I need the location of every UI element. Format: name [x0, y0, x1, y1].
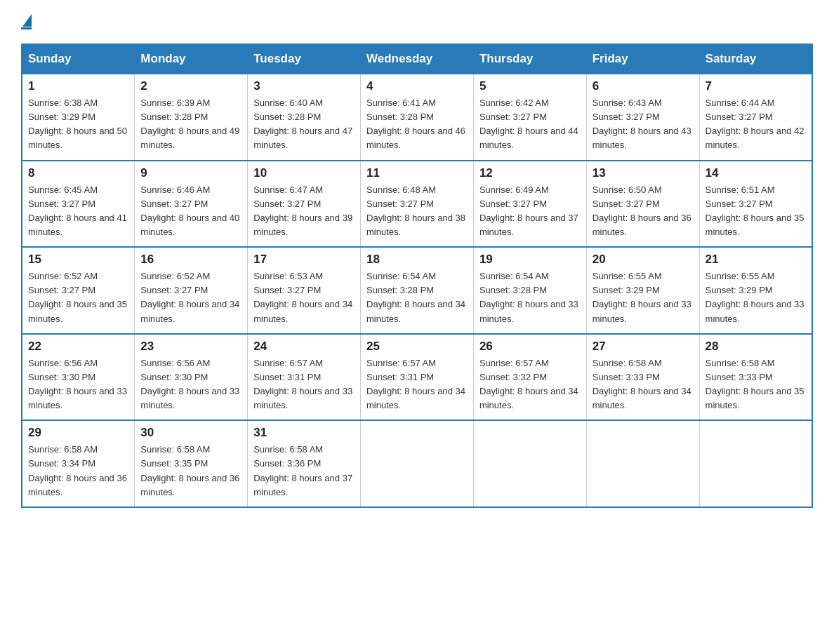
day-number: 13: [593, 166, 694, 180]
calendar-cell: 1 Sunrise: 6:38 AMSunset: 3:29 PMDayligh…: [22, 74, 135, 161]
day-number: 3: [253, 79, 355, 93]
day-number: 24: [253, 340, 355, 354]
day-number: 4: [366, 79, 468, 93]
day-info: Sunrise: 6:52 AMSunset: 3:27 PMDaylight:…: [140, 271, 239, 323]
logo-triangle-icon: [22, 14, 32, 27]
day-number: 28: [706, 340, 806, 354]
week-row-4: 22 Sunrise: 6:56 AMSunset: 3:30 PMDaylig…: [22, 334, 812, 421]
day-number: 22: [28, 340, 128, 354]
day-info: Sunrise: 6:49 AMSunset: 3:27 PMDaylight:…: [479, 185, 578, 237]
day-number: 27: [593, 340, 694, 354]
day-info: Sunrise: 6:43 AMSunset: 3:27 PMDaylight:…: [593, 98, 691, 150]
day-number: 1: [28, 79, 128, 93]
day-number: 26: [479, 340, 581, 354]
week-row-1: 1 Sunrise: 6:38 AMSunset: 3:29 PMDayligh…: [22, 74, 812, 161]
calendar-cell: 23 Sunrise: 6:56 AMSunset: 3:30 PMDaylig…: [135, 334, 248, 421]
calendar-cell: 26 Sunrise: 6:57 AMSunset: 3:32 PMDaylig…: [473, 334, 586, 421]
weekday-header-tuesday: Tuesday: [248, 44, 361, 74]
day-info: Sunrise: 6:57 AMSunset: 3:31 PMDaylight:…: [366, 358, 465, 410]
calendar-cell: 7 Sunrise: 6:44 AMSunset: 3:27 PMDayligh…: [699, 74, 812, 161]
weekday-header-row: SundayMondayTuesdayWednesdayThursdayFrid…: [22, 44, 812, 74]
day-info: Sunrise: 6:42 AMSunset: 3:27 PMDaylight:…: [479, 98, 578, 150]
day-number: 25: [366, 340, 468, 354]
calendar-cell: 16 Sunrise: 6:52 AMSunset: 3:27 PMDaylig…: [135, 247, 248, 334]
calendar-cell: 17 Sunrise: 6:53 AMSunset: 3:27 PMDaylig…: [248, 247, 361, 334]
calendar-cell: 24 Sunrise: 6:57 AMSunset: 3:31 PMDaylig…: [248, 334, 361, 421]
calendar-cell: 28 Sunrise: 6:58 AMSunset: 3:33 PMDaylig…: [699, 334, 812, 421]
day-info: Sunrise: 6:56 AMSunset: 3:30 PMDaylight:…: [140, 358, 239, 410]
day-number: 6: [593, 79, 694, 93]
day-info: Sunrise: 6:55 AMSunset: 3:29 PMDaylight:…: [593, 271, 691, 323]
calendar-cell: 25 Sunrise: 6:57 AMSunset: 3:31 PMDaylig…: [361, 334, 474, 421]
day-number: 19: [479, 253, 581, 267]
calendar-cell: [473, 420, 586, 507]
day-number: 2: [140, 79, 241, 93]
page-header: [21, 14, 813, 29]
day-number: 9: [140, 166, 241, 180]
calendar-cell: [361, 420, 474, 507]
weekday-header-friday: Friday: [586, 44, 699, 74]
day-info: Sunrise: 6:57 AMSunset: 3:32 PMDaylight:…: [479, 358, 578, 410]
calendar-cell: 20 Sunrise: 6:55 AMSunset: 3:29 PMDaylig…: [586, 247, 699, 334]
calendar-cell: 10 Sunrise: 6:47 AMSunset: 3:27 PMDaylig…: [248, 161, 361, 248]
day-info: Sunrise: 6:58 AMSunset: 3:35 PMDaylight:…: [140, 444, 239, 497]
calendar-cell: [699, 420, 812, 507]
logo: [21, 14, 32, 29]
calendar-cell: 8 Sunrise: 6:45 AMSunset: 3:27 PMDayligh…: [22, 161, 135, 248]
day-info: Sunrise: 6:46 AMSunset: 3:27 PMDaylight:…: [140, 185, 239, 237]
calendar-cell: 5 Sunrise: 6:42 AMSunset: 3:27 PMDayligh…: [473, 74, 586, 161]
day-info: Sunrise: 6:50 AMSunset: 3:27 PMDaylight:…: [593, 185, 691, 237]
day-number: 8: [28, 166, 128, 180]
day-info: Sunrise: 6:58 AMSunset: 3:33 PMDaylight:…: [593, 358, 691, 410]
day-info: Sunrise: 6:56 AMSunset: 3:30 PMDaylight:…: [28, 358, 127, 410]
calendar-table: SundayMondayTuesdayWednesdayThursdayFrid…: [21, 43, 813, 508]
day-number: 18: [366, 253, 468, 267]
calendar-cell: 21 Sunrise: 6:55 AMSunset: 3:29 PMDaylig…: [699, 247, 812, 334]
weekday-header-sunday: Sunday: [22, 44, 135, 74]
calendar-cell: 11 Sunrise: 6:48 AMSunset: 3:27 PMDaylig…: [361, 161, 474, 248]
calendar-cell: [586, 420, 699, 507]
day-info: Sunrise: 6:54 AMSunset: 3:28 PMDaylight:…: [479, 271, 578, 323]
calendar-cell: 27 Sunrise: 6:58 AMSunset: 3:33 PMDaylig…: [586, 334, 699, 421]
day-info: Sunrise: 6:54 AMSunset: 3:28 PMDaylight:…: [366, 271, 465, 323]
day-number: 20: [593, 253, 694, 267]
day-info: Sunrise: 6:57 AMSunset: 3:31 PMDaylight:…: [253, 358, 352, 410]
day-info: Sunrise: 6:55 AMSunset: 3:29 PMDaylight:…: [706, 271, 805, 323]
day-info: Sunrise: 6:45 AMSunset: 3:27 PMDaylight:…: [28, 185, 127, 237]
weekday-header-thursday: Thursday: [473, 44, 586, 74]
week-row-3: 15 Sunrise: 6:52 AMSunset: 3:27 PMDaylig…: [22, 247, 812, 334]
day-info: Sunrise: 6:58 AMSunset: 3:34 PMDaylight:…: [28, 444, 127, 497]
day-info: Sunrise: 6:58 AMSunset: 3:36 PMDaylight:…: [253, 444, 352, 497]
day-info: Sunrise: 6:52 AMSunset: 3:27 PMDaylight:…: [28, 271, 127, 323]
day-number: 23: [140, 340, 241, 354]
day-info: Sunrise: 6:39 AMSunset: 3:28 PMDaylight:…: [140, 98, 239, 150]
week-row-2: 8 Sunrise: 6:45 AMSunset: 3:27 PMDayligh…: [22, 161, 812, 248]
day-info: Sunrise: 6:53 AMSunset: 3:27 PMDaylight:…: [253, 271, 352, 323]
week-row-5: 29 Sunrise: 6:58 AMSunset: 3:34 PMDaylig…: [22, 420, 812, 507]
day-number: 31: [253, 426, 355, 440]
calendar-cell: 9 Sunrise: 6:46 AMSunset: 3:27 PMDayligh…: [135, 161, 248, 248]
day-number: 12: [479, 166, 581, 180]
calendar-cell: 31 Sunrise: 6:58 AMSunset: 3:36 PMDaylig…: [248, 420, 361, 507]
day-number: 7: [706, 79, 806, 93]
weekday-header-monday: Monday: [135, 44, 248, 74]
logo-underline: [21, 27, 32, 29]
calendar-cell: 30 Sunrise: 6:58 AMSunset: 3:35 PMDaylig…: [135, 420, 248, 507]
calendar-cell: 19 Sunrise: 6:54 AMSunset: 3:28 PMDaylig…: [473, 247, 586, 334]
day-number: 15: [28, 253, 128, 267]
day-info: Sunrise: 6:51 AMSunset: 3:27 PMDaylight:…: [706, 185, 805, 237]
calendar-cell: 15 Sunrise: 6:52 AMSunset: 3:27 PMDaylig…: [22, 247, 135, 334]
calendar-cell: 29 Sunrise: 6:58 AMSunset: 3:34 PMDaylig…: [22, 420, 135, 507]
calendar-cell: 2 Sunrise: 6:39 AMSunset: 3:28 PMDayligh…: [135, 74, 248, 161]
weekday-header-wednesday: Wednesday: [361, 44, 474, 74]
calendar-cell: 4 Sunrise: 6:41 AMSunset: 3:28 PMDayligh…: [361, 74, 474, 161]
day-number: 10: [253, 166, 355, 180]
day-number: 11: [366, 166, 468, 180]
day-info: Sunrise: 6:41 AMSunset: 3:28 PMDaylight:…: [366, 98, 465, 150]
day-info: Sunrise: 6:47 AMSunset: 3:27 PMDaylight:…: [253, 185, 352, 237]
day-info: Sunrise: 6:58 AMSunset: 3:33 PMDaylight:…: [706, 358, 805, 410]
day-info: Sunrise: 6:38 AMSunset: 3:29 PMDaylight:…: [28, 98, 127, 150]
day-info: Sunrise: 6:44 AMSunset: 3:27 PMDaylight:…: [706, 98, 805, 150]
calendar-cell: 13 Sunrise: 6:50 AMSunset: 3:27 PMDaylig…: [586, 161, 699, 248]
calendar-cell: 6 Sunrise: 6:43 AMSunset: 3:27 PMDayligh…: [586, 74, 699, 161]
